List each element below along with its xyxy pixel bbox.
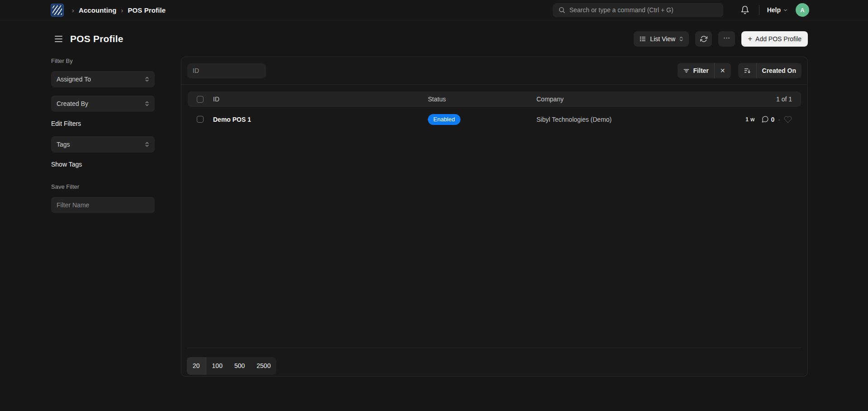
- app-logo-icon[interactable]: [51, 4, 64, 17]
- navbar: › Accounting › POS Profile Search or typ…: [0, 0, 868, 20]
- created-by-label: Created By: [57, 100, 88, 107]
- filter-button-label: Filter: [693, 67, 709, 74]
- edit-filters-link[interactable]: Edit Filters: [51, 120, 155, 127]
- comment-count-button[interactable]: 0: [761, 115, 775, 123]
- page-header: POS Profile List View ⋯ + Add POS Profil…: [0, 30, 868, 48]
- clear-filter-button[interactable]: ✕: [714, 63, 731, 78]
- chevron-right-icon: ›: [121, 6, 123, 14]
- row-id-link[interactable]: Demo POS 1: [213, 116, 251, 123]
- logo-stripes-icon: [52, 5, 62, 15]
- row-modified-age: 1 w: [745, 116, 754, 123]
- global-search-input[interactable]: Search or type a command (Ctrl + G): [553, 3, 723, 17]
- save-filter-label: Save Filter: [51, 183, 155, 190]
- table-row[interactable]: Demo POS 1 Enabled Sibyl Technologies (D…: [188, 107, 801, 132]
- refresh-icon: [700, 35, 707, 43]
- pagination-row: 20 100 500 2500: [181, 348, 807, 376]
- column-header-status[interactable]: Status: [428, 96, 536, 103]
- help-label: Help: [767, 6, 781, 14]
- id-filter-input[interactable]: [187, 63, 266, 78]
- select-all-checkbox[interactable]: [197, 96, 204, 103]
- page-actions: List View ⋯ + Add POS Profile: [634, 31, 808, 47]
- view-switcher-button[interactable]: List View: [634, 31, 689, 47]
- created-by-select[interactable]: Created By: [51, 96, 155, 112]
- sidebar-toggle-icon[interactable]: [53, 34, 64, 43]
- select-chevrons-icon: [145, 100, 149, 107]
- add-pos-profile-label: Add POS Profile: [755, 35, 802, 43]
- view-switcher-label: List View: [650, 35, 675, 43]
- sort-direction-button[interactable]: [738, 63, 756, 78]
- filter-actions: Filter ✕ Created On: [678, 63, 802, 78]
- row-company: Sibyl Technologies (Demo): [536, 116, 612, 123]
- notifications-bell-icon[interactable]: [739, 4, 751, 16]
- tags-select[interactable]: Tags: [51, 136, 155, 153]
- table-header-row: ID Status Company 1 of 1: [188, 91, 801, 107]
- list-view-icon: [639, 35, 646, 43]
- filter-icon: [683, 67, 690, 74]
- page-title: POS Profile: [70, 33, 123, 44]
- select-chevrons-icon: [679, 36, 683, 42]
- avatar[interactable]: A: [796, 3, 809, 17]
- search-icon: [558, 6, 565, 14]
- comment-count: 0: [771, 116, 775, 123]
- filter-by-label: Filter By: [51, 57, 155, 64]
- filter-name-input[interactable]: [51, 197, 155, 213]
- sort-field-button[interactable]: Created On: [756, 63, 802, 78]
- avatar-initial: A: [800, 7, 804, 14]
- add-pos-profile-button[interactable]: + Add POS Profile: [741, 31, 808, 47]
- list-filter-row: Filter ✕ Created On: [181, 57, 807, 85]
- divider: [759, 5, 759, 15]
- comment-bubble-icon: [761, 115, 769, 123]
- chevron-down-icon: [783, 8, 788, 13]
- navbar-right: Help A: [739, 3, 809, 17]
- search-placeholder: Search or type a command (Ctrl + G): [569, 6, 674, 14]
- dot-separator: ·: [778, 116, 780, 123]
- show-tags-link[interactable]: Show Tags: [51, 161, 155, 168]
- page-length-500[interactable]: 500: [228, 357, 251, 375]
- list-panel: Filter ✕ Created On: [181, 57, 808, 377]
- row-count: 1 of 1: [706, 96, 792, 103]
- content: Filter By Assigned To Created By Edit Fi…: [0, 57, 868, 377]
- column-header-company[interactable]: Company: [536, 96, 706, 103]
- row-checkbox[interactable]: [197, 116, 204, 123]
- more-actions-button[interactable]: ⋯: [718, 31, 735, 47]
- refresh-button[interactable]: [695, 31, 712, 47]
- chevron-right-icon: ›: [72, 6, 74, 14]
- help-menu[interactable]: Help: [767, 6, 788, 14]
- page-length-group: 20 100 500 2500: [187, 357, 276, 375]
- tags-label: Tags: [57, 141, 70, 148]
- breadcrumb-pos-profile[interactable]: POS Profile: [128, 6, 166, 14]
- list-sidebar: Filter By Assigned To Created By Edit Fi…: [51, 57, 155, 377]
- page-length-100[interactable]: 100: [206, 357, 228, 375]
- select-chevrons-icon: [145, 76, 149, 82]
- page-length-20[interactable]: 20: [187, 357, 206, 375]
- sort-button-group: Created On: [738, 63, 802, 78]
- sort-field-label: Created On: [762, 67, 796, 74]
- filter-button-group: Filter ✕: [678, 63, 731, 78]
- close-icon: ✕: [720, 67, 726, 74]
- plus-icon: +: [748, 34, 752, 43]
- assigned-to-select[interactable]: Assigned To: [51, 71, 155, 87]
- select-chevrons-icon: [145, 141, 149, 148]
- filter-button[interactable]: Filter: [678, 63, 714, 78]
- breadcrumb-accounting[interactable]: Accounting: [79, 6, 117, 14]
- page-length-2500[interactable]: 2500: [251, 357, 276, 375]
- heart-like-icon[interactable]: [784, 115, 792, 124]
- breadcrumb: › Accounting › POS Profile: [72, 6, 166, 14]
- status-badge[interactable]: Enabled: [428, 114, 460, 125]
- ellipsis-icon: ⋯: [723, 34, 730, 42]
- sort-descending-icon: [744, 67, 751, 74]
- list-table: ID Status Company 1 of 1 Demo POS 1 Enab…: [181, 85, 807, 132]
- assigned-to-label: Assigned To: [57, 76, 91, 83]
- column-header-id[interactable]: ID: [213, 96, 428, 103]
